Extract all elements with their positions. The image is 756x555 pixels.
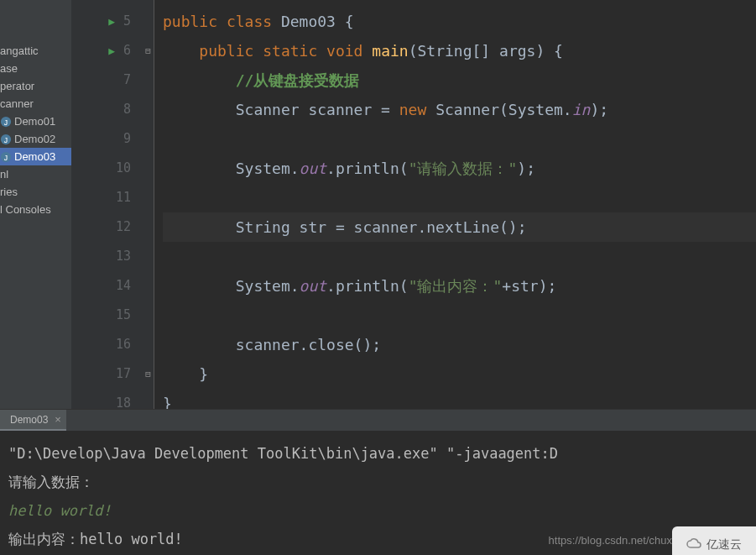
sidebar-item[interactable]: nl <box>0 165 71 183</box>
svg-text:J: J <box>4 153 8 161</box>
sidebar-item[interactable]: ries <box>0 183 71 201</box>
java-class-icon: J <box>0 134 12 145</box>
sidebar-item-demo01[interactable]: J Demo01 <box>0 113 71 130</box>
watermark-text: https://blog.csdn.net/chux <box>549 526 672 555</box>
console-output: 请输入数据： <box>8 468 748 496</box>
code-editor[interactable]: ▶5 ▶6 7 8 9 10 11 12 13 14 15 16 17 18 ⊟… <box>71 0 756 409</box>
svg-text:J: J <box>4 118 8 126</box>
svg-text:J: J <box>4 135 8 144</box>
sidebar-item[interactable]: angattic <box>0 42 71 60</box>
console-command: "D:\Develop\Java Development ToolKit\bin… <box>8 439 748 468</box>
sidebar-item[interactable]: ase <box>0 60 71 77</box>
code-area[interactable]: public class Demo03 { public static void… <box>154 0 756 409</box>
logo-badge: 亿速云 <box>672 526 756 555</box>
cloud-icon <box>686 537 703 551</box>
console-input: hello world! <box>8 496 748 525</box>
fold-icon[interactable]: ⊟ <box>143 36 154 65</box>
run-gutter-icon[interactable]: ▶ <box>108 36 115 65</box>
fold-column: ⊟ ⊟ <box>143 0 154 409</box>
fold-end-icon[interactable]: ⊟ <box>143 359 154 389</box>
sidebar-item-demo02[interactable]: J Demo02 <box>0 130 71 148</box>
project-sidebar: angattic ase perator canner J Demo01 J D… <box>0 0 71 409</box>
sidebar-item[interactable]: canner <box>0 95 71 113</box>
console-tab-bar: Demo03 × <box>0 409 756 431</box>
run-console[interactable]: "D:\Develop\Java Development ToolKit\bin… <box>0 431 756 555</box>
sidebar-item-demo03[interactable]: J Demo03 <box>0 148 71 165</box>
sidebar-item[interactable]: l Consoles <box>0 201 71 218</box>
console-tab[interactable]: Demo03 × <box>0 410 66 431</box>
sidebar-item[interactable]: perator <box>0 77 71 95</box>
java-class-icon: J <box>0 151 12 163</box>
line-number-gutter: ▶5 ▶6 7 8 9 10 11 12 13 14 15 16 17 18 <box>71 0 143 409</box>
java-class-icon: J <box>0 116 12 128</box>
close-icon[interactable]: × <box>55 413 61 426</box>
run-gutter-icon[interactable]: ▶ <box>108 7 115 36</box>
